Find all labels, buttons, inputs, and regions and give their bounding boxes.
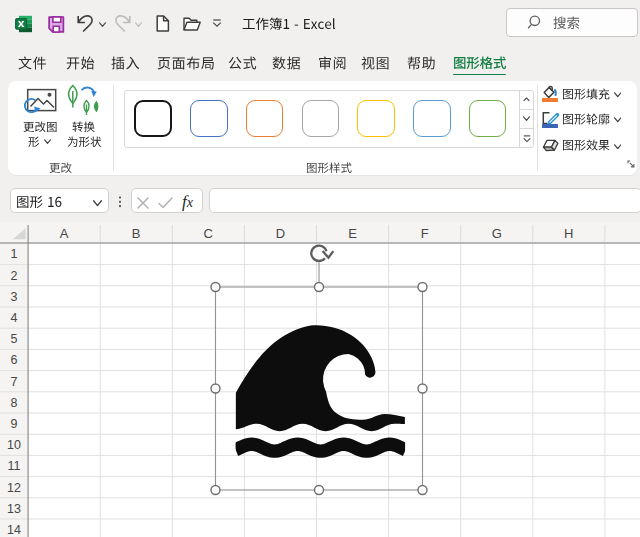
svg-text:B: B [132,226,141,241]
svg-text:F: F [421,226,429,241]
svg-text:12: 12 [7,481,21,495]
svg-text:G: G [492,226,502,241]
svg-text:C: C [204,226,213,241]
svg-text:6: 6 [11,353,18,367]
svg-text:14: 14 [7,523,21,537]
svg-text:13: 13 [7,502,21,516]
svg-text:2: 2 [11,269,18,283]
svg-text:8: 8 [11,396,18,410]
svg-text:3: 3 [11,290,18,304]
svg-text:A: A [60,226,69,241]
svg-text:7: 7 [11,375,18,389]
svg-text:5: 5 [11,332,18,346]
svg-text:D: D [276,226,285,241]
svg-text:11: 11 [8,459,21,473]
svg-text:1: 1 [11,247,18,261]
svg-text:10: 10 [7,438,21,452]
svg-text:4: 4 [11,311,18,325]
svg-text:H: H [564,226,573,241]
svg-text:E: E [348,226,357,241]
svg-text:9: 9 [11,417,18,431]
